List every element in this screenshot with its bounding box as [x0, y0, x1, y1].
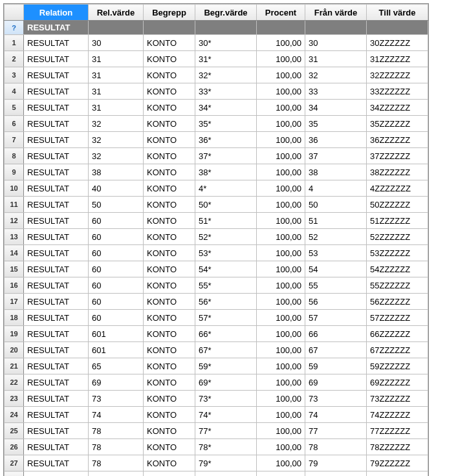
rownum-cell[interactable]: 1	[5, 35, 24, 51]
rownum-cell[interactable]: 10	[5, 180, 24, 197]
cell-begrvarde[interactable]: 79*	[195, 455, 257, 471]
rownum-cell[interactable]: 24	[5, 407, 24, 423]
cell-franvarde[interactable]: 51	[305, 213, 367, 229]
cell-relvarde[interactable]: 60	[89, 213, 144, 229]
table-row[interactable]: 28RESULTAT92KONTO9*100,0099ZZZZZZZ	[5, 471, 428, 477]
cell-tillvarde[interactable]: 69ZZZZZZ	[367, 374, 428, 391]
cell-procent[interactable]: 100,00	[257, 310, 305, 326]
cell-franvarde[interactable]: 32	[305, 67, 367, 83]
cell-procent[interactable]: 100,00	[257, 116, 305, 132]
rownum-cell[interactable]: 22	[5, 374, 24, 391]
cell-begrvarde[interactable]: 54*	[195, 261, 257, 277]
table-row[interactable]: 14RESULTAT60KONTO53*100,005353ZZZZZZ	[5, 245, 428, 261]
rownum-cell[interactable]: 9	[5, 164, 24, 180]
cell-begrvarde[interactable]: 52*	[195, 229, 257, 245]
cell-procent[interactable]: 100,00	[257, 83, 305, 100]
rownum-cell[interactable]: 26	[5, 439, 24, 455]
table-row[interactable]: 17RESULTAT60KONTO56*100,005656ZZZZZZ	[5, 294, 428, 310]
col-header-begrepp[interactable]: Begrepp	[144, 5, 195, 21]
cell-relation[interactable]: RESULTAT	[24, 294, 89, 310]
table-row[interactable]: 23RESULTAT73KONTO73*100,007373ZZZZZZ	[5, 391, 428, 407]
cell-tillvarde[interactable]: 57ZZZZZZ	[367, 310, 428, 326]
cell-relation[interactable]: RESULTAT	[24, 277, 89, 294]
table-row[interactable]: 2RESULTAT31KONTO31*100,003131ZZZZZZ	[5, 51, 428, 67]
cell-procent[interactable]: 100,00	[257, 245, 305, 261]
cell-begrepp[interactable]: KONTO	[144, 423, 195, 439]
cell-tillvarde[interactable]: 38ZZZZZZ	[367, 164, 428, 180]
table-row[interactable]: 4RESULTAT31KONTO33*100,003333ZZZZZZ	[5, 83, 428, 100]
cell-relation[interactable]: RESULTAT	[24, 229, 89, 245]
cell-tillvarde[interactable]: 54ZZZZZZ	[367, 261, 428, 277]
cell-franvarde[interactable]: 30	[305, 35, 367, 51]
cell-procent[interactable]: 100,00	[257, 423, 305, 439]
cell-tillvarde[interactable]: 9ZZZZZZZ	[367, 471, 428, 477]
cell-relation[interactable]: RESULTAT	[24, 100, 89, 116]
cell-relation[interactable]: RESULTAT	[24, 326, 89, 342]
cell-relation[interactable]: RESULTAT	[24, 51, 89, 67]
rownum-cell[interactable]: 20	[5, 342, 24, 358]
cell-tillvarde[interactable]: 52ZZZZZZ	[367, 229, 428, 245]
cell-procent[interactable]: 100,00	[257, 132, 305, 148]
cell-franvarde[interactable]: 38	[305, 164, 367, 180]
cell-begrvarde[interactable]: 32*	[195, 67, 257, 83]
cell-relvarde[interactable]: 50	[89, 197, 144, 213]
cell-relation[interactable]: RESULTAT	[24, 261, 89, 277]
cell-procent[interactable]: 100,00	[257, 277, 305, 294]
cell-relation[interactable]: RESULTAT	[24, 358, 89, 374]
cell-franvarde[interactable]: 53	[305, 245, 367, 261]
cell-procent[interactable]: 100,00	[257, 164, 305, 180]
cell-tillvarde[interactable]: 79ZZZZZZ	[367, 455, 428, 471]
cell-relvarde[interactable]: 38	[89, 164, 144, 180]
cell-relvarde[interactable]: 31	[89, 51, 144, 67]
cell-relvarde[interactable]: 32	[89, 132, 144, 148]
rownum-cell[interactable]: 23	[5, 391, 24, 407]
cell-begrvarde[interactable]: 74*	[195, 407, 257, 423]
col-header-rownum[interactable]	[5, 5, 24, 21]
cell-begrepp[interactable]: KONTO	[144, 51, 195, 67]
rownum-cell[interactable]: 16	[5, 277, 24, 294]
cell-begrvarde[interactable]: 33*	[195, 83, 257, 100]
cell-begrepp[interactable]: KONTO	[144, 310, 195, 326]
cell-tillvarde[interactable]: 36ZZZZZZ	[367, 132, 428, 148]
cell-begrepp[interactable]: KONTO	[144, 277, 195, 294]
cell-tillvarde[interactable]: 37ZZZZZZ	[367, 148, 428, 164]
cell-begrepp[interactable]: KONTO	[144, 245, 195, 261]
cell-relvarde[interactable]: 92	[89, 471, 144, 477]
rownum-cell[interactable]: 4	[5, 83, 24, 100]
cell-relation[interactable]: RESULTAT	[24, 439, 89, 455]
cell-franvarde[interactable]: 35	[305, 116, 367, 132]
cell-franvarde[interactable]: 69	[305, 374, 367, 391]
cell-relvarde[interactable]: 60	[89, 245, 144, 261]
rownum-cell[interactable]: 21	[5, 358, 24, 374]
cell-relation[interactable]: RESULTAT	[24, 342, 89, 358]
cell-begrepp[interactable]: KONTO	[144, 213, 195, 229]
cell-tillvarde[interactable]: 59ZZZZZZ	[367, 358, 428, 374]
col-header-relvarde[interactable]: Rel.värde	[89, 5, 144, 21]
cell-relvarde[interactable]: 78	[89, 423, 144, 439]
table-row[interactable]: 10RESULTAT40KONTO4*100,0044ZZZZZZZ	[5, 180, 428, 197]
rownum-cell[interactable]: 15	[5, 261, 24, 277]
cell-relation[interactable]: RESULTAT	[24, 471, 89, 477]
col-header-relation[interactable]: Relation	[24, 5, 89, 21]
rownum-cell[interactable]: 28	[5, 471, 24, 477]
filter-cell-relvarde[interactable]	[89, 21, 144, 35]
cell-begrepp[interactable]: KONTO	[144, 229, 195, 245]
cell-relation[interactable]: RESULTAT	[24, 164, 89, 180]
cell-begrvarde[interactable]: 66*	[195, 326, 257, 342]
cell-procent[interactable]: 100,00	[257, 439, 305, 455]
cell-tillvarde[interactable]: 74ZZZZZZ	[367, 407, 428, 423]
cell-relvarde[interactable]: 73	[89, 391, 144, 407]
cell-tillvarde[interactable]: 73ZZZZZZ	[367, 391, 428, 407]
cell-relation[interactable]: RESULTAT	[24, 132, 89, 148]
cell-procent[interactable]: 100,00	[257, 374, 305, 391]
cell-franvarde[interactable]: 54	[305, 261, 367, 277]
cell-relvarde[interactable]: 69	[89, 374, 144, 391]
cell-relation[interactable]: RESULTAT	[24, 148, 89, 164]
cell-begrvarde[interactable]: 51*	[195, 213, 257, 229]
rownum-cell[interactable]: 8	[5, 148, 24, 164]
cell-franvarde[interactable]: 33	[305, 83, 367, 100]
cell-begrepp[interactable]: KONTO	[144, 455, 195, 471]
cell-relvarde[interactable]: 601	[89, 326, 144, 342]
cell-tillvarde[interactable]: 34ZZZZZZ	[367, 100, 428, 116]
cell-begrvarde[interactable]: 73*	[195, 391, 257, 407]
